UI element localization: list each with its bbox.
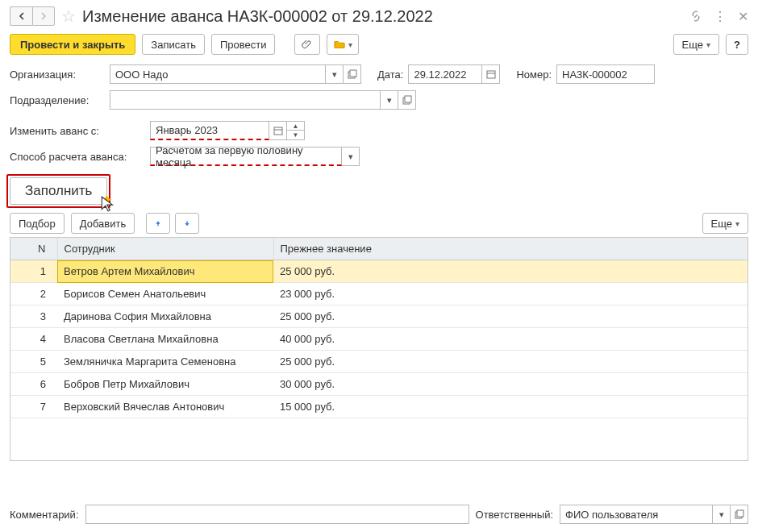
post-button[interactable]: Провести xyxy=(211,34,276,55)
employees-table[interactable]: N Сотрудник Прежнее значение 1Ветров Арт… xyxy=(10,237,748,461)
cell-n: 6 xyxy=(10,373,57,396)
table-more-label: Еще xyxy=(711,218,732,230)
svg-rect-2 xyxy=(487,71,495,78)
cell-prev-value: 15 000 руб. xyxy=(273,396,748,418)
col-header-emp[interactable]: Сотрудник xyxy=(57,238,273,260)
method-input[interactable]: Расчетом за первую половину месяца xyxy=(150,147,342,166)
org-label: Организация: xyxy=(10,69,105,81)
close-icon[interactable]: ✕ xyxy=(738,9,748,24)
cell-employee[interactable]: Власова Светлана Михайловна xyxy=(57,328,273,351)
svg-rect-6 xyxy=(274,127,282,135)
change-from-calendar-button[interactable] xyxy=(269,121,287,140)
table-row[interactable]: 1Ветров Артем Михайлович25 000 руб. xyxy=(10,260,748,283)
nav-forward-button[interactable] xyxy=(32,6,55,26)
move-down-button[interactable] xyxy=(175,213,199,234)
responsible-open-button[interactable] xyxy=(731,505,748,524)
dept-open-button[interactable] xyxy=(398,90,416,110)
responsible-input[interactable]: ФИО пользователя xyxy=(560,505,713,524)
table-more-button[interactable]: Еще▾ xyxy=(702,213,748,234)
cell-employee[interactable]: Бобров Петр Михайлович xyxy=(57,373,273,396)
date-picker-button[interactable] xyxy=(482,64,500,84)
method-label: Способ расчета аванса: xyxy=(10,151,145,163)
comment-input[interactable] xyxy=(85,505,469,524)
post-and-close-button[interactable]: Провести и закрыть xyxy=(10,34,135,55)
pick-button[interactable]: Подбор xyxy=(10,213,65,234)
save-button[interactable]: Записать xyxy=(142,34,205,55)
link-icon[interactable] xyxy=(689,10,702,23)
cell-prev-value: 25 000 руб. xyxy=(273,305,748,328)
col-header-n[interactable]: N xyxy=(10,238,57,260)
cell-employee[interactable]: Ветров Артем Михайлович xyxy=(57,260,273,283)
cell-n: 7 xyxy=(10,396,57,418)
change-from-down-button[interactable]: ▼ xyxy=(287,131,305,140)
fill-button[interactable]: Заполнить xyxy=(10,177,107,205)
cell-employee[interactable]: Земляничка Маргарита Семеновна xyxy=(57,351,273,373)
change-from-up-button[interactable]: ▲ xyxy=(287,121,305,131)
svg-rect-9 xyxy=(737,510,743,517)
window-title: Изменение аванса НА3К-000002 от 29.12.20… xyxy=(82,7,685,26)
cell-n: 3 xyxy=(10,305,57,328)
dept-dropdown-button[interactable]: ▾ xyxy=(381,90,398,110)
add-button[interactable]: Добавить xyxy=(71,213,135,234)
table-row[interactable]: 5Земляничка Маргарита Семеновна25 000 ру… xyxy=(10,351,748,373)
table-row[interactable]: 3Даринова София Михайловна25 000 руб. xyxy=(10,305,748,328)
method-dropdown-button[interactable]: ▾ xyxy=(342,147,360,166)
org-input[interactable]: ООО Надо xyxy=(110,64,326,84)
cell-n: 2 xyxy=(10,283,57,305)
dept-label: Подразделение: xyxy=(10,94,105,106)
svg-rect-1 xyxy=(350,70,356,77)
move-up-button[interactable] xyxy=(146,213,170,234)
cell-prev-value: 25 000 руб. xyxy=(273,351,748,373)
number-label: Номер: xyxy=(516,69,552,81)
kebab-menu-icon[interactable]: ⋮ xyxy=(714,9,727,24)
cell-n: 4 xyxy=(10,328,57,351)
table-row[interactable]: 4Власова Светлана Михайловна40 000 руб. xyxy=(10,328,748,351)
svg-rect-5 xyxy=(405,96,411,102)
table-row[interactable]: 2Борисов Семен Анатольевич23 000 руб. xyxy=(10,283,748,305)
comment-label: Комментарий: xyxy=(10,509,79,521)
cell-employee[interactable]: Верховский Вячеслав Антонович xyxy=(57,396,273,418)
org-open-button[interactable] xyxy=(344,64,361,84)
favorite-star-icon[interactable]: ☆ xyxy=(60,7,77,25)
cell-employee[interactable]: Даринова София Михайловна xyxy=(57,305,273,328)
date-label: Дата: xyxy=(377,69,403,81)
table-row[interactable]: 6Бобров Петр Михайлович30 000 руб. xyxy=(10,373,748,396)
change-from-input[interactable]: Январь 2023 xyxy=(150,121,269,140)
help-button[interactable]: ? xyxy=(726,34,748,55)
change-from-label: Изменить аванс с: xyxy=(10,125,145,137)
attach-button[interactable] xyxy=(294,34,320,55)
table-row[interactable]: 7Верховский Вячеслав Антонович15 000 руб… xyxy=(10,396,748,418)
cell-prev-value: 30 000 руб. xyxy=(273,373,748,396)
cell-n: 5 xyxy=(10,351,57,373)
cell-prev-value: 23 000 руб. xyxy=(273,283,748,305)
cell-n: 1 xyxy=(10,260,57,283)
cell-prev-value: 40 000 руб. xyxy=(273,328,748,351)
responsible-dropdown-button[interactable]: ▾ xyxy=(713,505,731,524)
more-button[interactable]: Еще▾ xyxy=(673,34,719,55)
folder-dropdown-button[interactable]: ▾ xyxy=(327,34,359,55)
nav-back-button[interactable] xyxy=(10,6,32,26)
responsible-label: Ответственный: xyxy=(476,509,553,521)
dept-input[interactable] xyxy=(110,90,381,110)
col-header-prev[interactable]: Прежнее значение xyxy=(273,238,748,260)
date-input[interactable]: 29.12.2022 xyxy=(408,64,482,84)
cell-employee[interactable]: Борисов Семен Анатольевич xyxy=(57,283,273,305)
more-button-label: Еще xyxy=(682,39,703,51)
number-input[interactable]: НА3К-000002 xyxy=(556,64,655,84)
org-dropdown-button[interactable]: ▾ xyxy=(326,64,344,84)
cell-prev-value: 25 000 руб. xyxy=(273,260,748,283)
